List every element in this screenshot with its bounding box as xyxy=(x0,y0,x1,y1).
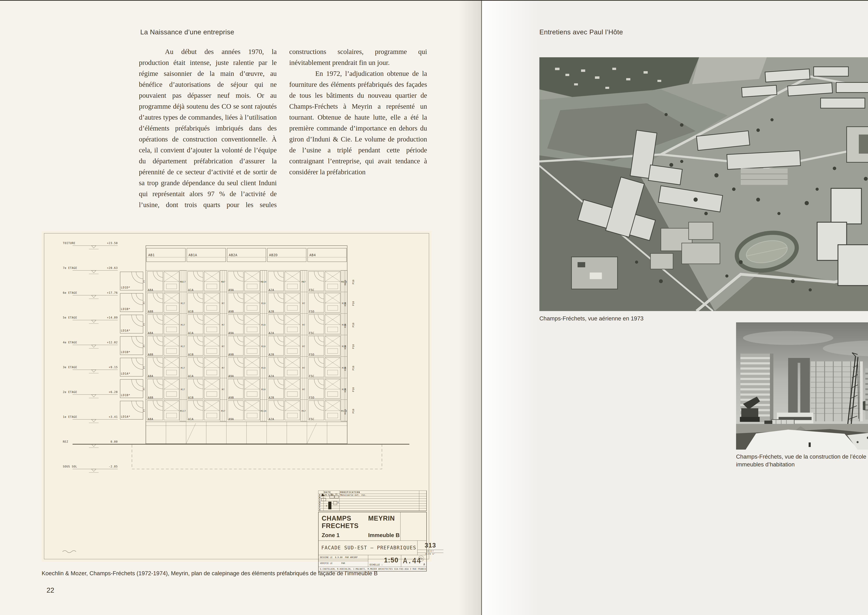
scale-cell: ECHELLE : 1:50 xyxy=(368,555,401,567)
scan-top-edge xyxy=(0,0,868,1)
svg-text:AB1A: AB1A xyxy=(189,253,197,257)
svg-text:3e ETAGE: 3e ETAGE xyxy=(63,366,77,369)
svg-text:AB2D: AB2D xyxy=(269,253,278,257)
svg-text:A8A: A8A xyxy=(148,289,153,292)
project-name: CHAMPS FRECHETS xyxy=(322,515,368,529)
svg-text:A8B: A8B xyxy=(148,310,153,313)
plan-number-suffix: A xyxy=(423,563,425,566)
svg-text:M10: M10 xyxy=(261,302,266,304)
svg-text:REZ: REZ xyxy=(63,440,68,443)
svg-text:A1A: A1A xyxy=(188,289,194,292)
svg-text:TOITURE: TOITURE xyxy=(63,242,75,245)
svg-text:P10: P10 xyxy=(352,279,355,284)
svg-text:A1A: A1A xyxy=(188,418,194,421)
svg-text:LD1B*: LD1B* xyxy=(121,393,130,397)
svg-text:+14.89: +14.89 xyxy=(107,316,118,319)
project-building: Immeuble B xyxy=(368,532,400,539)
drawing-caption: Koechlin & Mozer, Champs-Fréchets (1972-… xyxy=(42,569,431,577)
svg-text:P10: P10 xyxy=(352,365,355,370)
svg-text:4e ETAGE: 4e ETAGE xyxy=(63,341,77,344)
svg-text:M19: M19 xyxy=(344,388,347,392)
svg-text:A1A: A1A xyxy=(188,331,194,335)
svg-text:LD1A*: LD1A* xyxy=(121,329,130,332)
svg-text:+12.02: +12.02 xyxy=(107,341,118,344)
svg-text:M7: M7 xyxy=(303,367,305,369)
aerial-photo xyxy=(539,57,868,311)
construction-photo-caption: Champs-Fréchets, vue de la construction … xyxy=(736,453,868,468)
svg-text:F5C: F5C xyxy=(309,331,314,335)
svg-text:P10: P10 xyxy=(352,344,355,349)
paragraph: En 1972, l’adjudication obtenue de la fo… xyxy=(289,68,427,177)
svg-text:0.00: 0.00 xyxy=(111,440,118,443)
svg-text:M17: M17 xyxy=(181,367,185,369)
svg-text:M7: M7 xyxy=(303,388,305,391)
facade-plan-drawing: TOITURE+23.507e ETAGE+20.636e ETAGE+17.7… xyxy=(42,231,431,562)
left-page-number: 22 xyxy=(47,586,54,594)
svg-text:A1B: A1B xyxy=(188,353,194,356)
svg-text:M7: M7 xyxy=(303,324,305,326)
svg-text:MS17: MS17 xyxy=(180,410,186,412)
right-running-header: Entretiens avec Paul l’Hôte xyxy=(539,28,623,36)
svg-text:A9B: A9B xyxy=(228,396,234,399)
svg-text:AB2A: AB2A xyxy=(229,253,237,257)
svg-text:A2: A2 xyxy=(330,493,333,495)
svg-text:7e ETAGE: 7e ETAGE xyxy=(63,267,77,270)
svg-text:6e ETAGE: 6e ETAGE xyxy=(63,291,77,294)
titleblock-main: CHAMPS FRECHETS MEYRIN Zone 1 Immeuble B… xyxy=(318,512,427,571)
svg-text:A9B: A9B xyxy=(228,353,234,356)
svg-text:A2B: A2B xyxy=(269,353,274,356)
svg-text:F5C: F5C xyxy=(309,418,314,421)
svg-text:P10: P10 xyxy=(352,301,355,306)
svg-text:F5D: F5D xyxy=(309,353,314,356)
svg-text:+17.76: +17.76 xyxy=(107,291,118,294)
svg-text:M19: M19 xyxy=(344,367,347,371)
svg-text:2e ETAGE: 2e ETAGE xyxy=(63,390,77,394)
svg-text:MB17: MB17 xyxy=(180,281,186,283)
svg-text:MB7: MB7 xyxy=(221,281,225,283)
svg-text:MS7: MS7 xyxy=(221,410,225,412)
svg-text:A9B: A9B xyxy=(228,310,234,313)
svg-text:AB4: AB4 xyxy=(309,253,316,257)
svg-text:A2A: A2A xyxy=(269,331,274,335)
object-number: 313 xyxy=(417,542,443,549)
scale-label: ECHELLE : xyxy=(370,563,383,566)
key-plan-diagram: A2 A1 B R xyxy=(400,512,426,540)
svg-text:A1B: A1B xyxy=(188,396,194,399)
svg-text:F5D: F5D xyxy=(309,396,314,399)
svg-text:MB7: MB7 xyxy=(302,281,306,283)
svg-text:M7: M7 xyxy=(222,302,225,304)
svg-text:A9A: A9A xyxy=(228,289,234,292)
svg-text:P7: P7 xyxy=(143,366,145,368)
svg-text:F5D: F5D xyxy=(309,310,314,313)
svg-text:LD1A*: LD1A* xyxy=(121,372,130,375)
svg-text:M10: M10 xyxy=(261,367,266,369)
svg-text:M7: M7 xyxy=(222,324,225,326)
svg-text:P7: P7 xyxy=(143,280,145,283)
svg-text:M7: M7 xyxy=(303,302,305,304)
svg-text:M7: M7 xyxy=(222,345,225,348)
gutter-highlight xyxy=(482,0,539,615)
svg-text:-2.85: -2.85 xyxy=(109,465,118,468)
project-zone: Zone 1 xyxy=(322,532,368,539)
svg-text:A8A: A8A xyxy=(148,418,153,421)
svg-text:SOUS SOL: SOUS SOL xyxy=(63,465,77,468)
object-number-cell: 313 OBJET PLAN N° xyxy=(417,541,443,555)
svg-text:F5C: F5C xyxy=(309,375,314,378)
svg-text:+6.28: +6.28 xyxy=(109,390,118,394)
svg-text:P7: P7 xyxy=(143,409,145,412)
svg-text:M7: M7 xyxy=(303,345,305,348)
left-body-text: Au début des années 1970, la production … xyxy=(139,46,427,214)
svg-text:B: B xyxy=(326,505,327,507)
project-city: MEYRIN xyxy=(368,515,400,529)
gutter-shadow xyxy=(459,0,481,615)
svg-text:P7: P7 xyxy=(143,323,145,325)
svg-text:LD1A*: LD1A* xyxy=(121,415,130,418)
left-page: La Naissance d’une entreprise Au début d… xyxy=(0,0,482,615)
svg-text:A9A: A9A xyxy=(228,375,234,378)
svg-text:M17: M17 xyxy=(181,324,185,326)
svg-text:LD1D*: LD1D* xyxy=(121,286,130,289)
svg-text:LD1B*: LD1B* xyxy=(121,350,130,354)
svg-text:M19: M19 xyxy=(344,345,347,349)
svg-text:P10: P10 xyxy=(352,387,355,392)
object-label: OBJET xyxy=(417,550,443,552)
